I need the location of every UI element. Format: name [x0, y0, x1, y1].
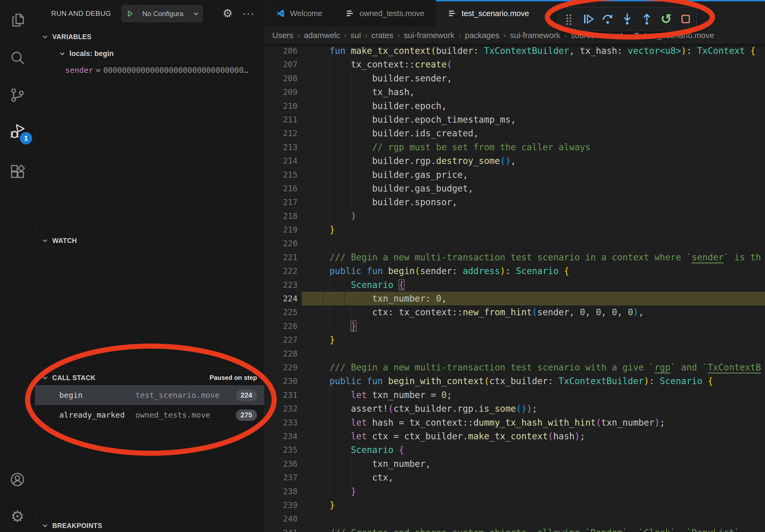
code-line-235[interactable]: 235 Scenario {: [264, 443, 765, 457]
code-line-233[interactable]: 233 let hash = tx_context::dummy_tx_hash…: [264, 416, 765, 429]
code-line-236[interactable]: 236 txn_number,: [264, 457, 765, 471]
breadcrumb-item[interactable]: sources: [571, 31, 599, 40]
code-line-208[interactable]: 208 builder.sender,: [264, 72, 765, 85]
breadcrumb-item[interactable]: sui-framework: [404, 31, 454, 40]
code-line-210[interactable]: 210 builder.epoch,: [264, 99, 765, 113]
breadcrumb-item[interactable]: sui-framework: [510, 31, 560, 40]
code-line-234[interactable]: 234 let ctx = ctx_builder.make_tx_contex…: [264, 429, 765, 443]
breadcrumb-separator: ›: [397, 31, 399, 40]
code-line-226[interactable]: 226 }: [264, 319, 765, 333]
code-line-219[interactable]: 219 }: [264, 223, 765, 236]
start-debugging-button[interactable]: [122, 5, 139, 22]
stop-button[interactable]: [677, 9, 694, 29]
breakpoints-section-header[interactable]: BREAKPOINTS: [35, 519, 264, 532]
code-line-223[interactable]: 223 Scenario {: [264, 278, 765, 292]
line-number: 224: [264, 292, 298, 305]
code-line-217[interactable]: 217 builder.sponsor,: [264, 195, 765, 209]
code-line-237[interactable]: 237 ctx,: [264, 471, 765, 484]
code-line-211[interactable]: 211 builder.epoch_timestamp_ms,: [264, 113, 765, 127]
call-stack-frame-begin[interactable]: begin test_scenario.move 224: [35, 385, 264, 405]
watch-section-header[interactable]: WATCH: [35, 232, 264, 249]
code-line-227[interactable]: 227 }: [264, 333, 765, 347]
code-line-220[interactable]: 220: [264, 236, 765, 250]
activity-item-explorer[interactable]: [0, 5, 35, 35]
restart-button[interactable]: ↺: [658, 9, 675, 29]
vscode-logo-icon: [276, 9, 285, 18]
indent-guide: [351, 457, 352, 471]
extensions-icon: [9, 163, 26, 180]
code-line-240[interactable]: 240: [264, 512, 765, 526]
indent-guide: [330, 58, 330, 71]
code-line-228[interactable]: 228: [264, 347, 765, 361]
code-line-213[interactable]: 213 // rgp must be set from the caller a…: [264, 140, 765, 154]
breadcrumb-item[interactable]: crates: [372, 31, 393, 40]
code-line-222[interactable]: 222 public fun begin(sender: address): S…: [264, 264, 765, 278]
code-line-239[interactable]: 239 }: [264, 498, 765, 512]
activity-item-settings[interactable]: ⚙: [0, 502, 35, 531]
breadcrumb-item[interactable]: adamwelc: [304, 31, 340, 40]
step-out-button[interactable]: [638, 9, 655, 29]
line-number: 239: [264, 498, 298, 512]
breadcrumb-file[interactable]: test_scenario.move: [633, 31, 714, 40]
code-line-212[interactable]: 212 builder.ids_created,: [264, 127, 765, 140]
call-stack-frame-already_marked[interactable]: already_marked owned_tests.move 275: [35, 405, 264, 425]
search-icon: [9, 49, 26, 66]
breadcrumb-item[interactable]: test: [609, 31, 622, 40]
code-line-224[interactable]: 224 txn_number: 0,: [264, 292, 765, 305]
breadcrumb-item[interactable]: Users: [272, 31, 293, 40]
play-icon: [126, 10, 134, 18]
indent-guide: [330, 113, 330, 127]
debug-config-dropdown[interactable]: No Configura: [139, 10, 192, 18]
code-line-238[interactable]: 238 }: [264, 485, 765, 498]
code-line-207[interactable]: 207 tx_context::create(: [264, 58, 765, 71]
code-line-218[interactable]: 218 ): [264, 209, 765, 223]
variables-section-header[interactable]: VARIABLES: [35, 29, 264, 45]
code-line-216[interactable]: 216 builder.gas_budget,: [264, 182, 765, 195]
code-line-215[interactable]: 215 builder.gas_price,: [264, 168, 765, 182]
code-line-232[interactable]: 232 assert!(ctx_builder.rgp.is_some());: [264, 402, 765, 415]
code-editor[interactable]: 206 fun make_tx_context(builder: TxConte…: [264, 44, 765, 532]
line-number: 225: [264, 305, 298, 319]
more-actions-icon[interactable]: ···: [241, 0, 257, 27]
code-line-209[interactable]: 209 tx_hash,: [264, 85, 765, 99]
call-stack-section-header[interactable]: CALL STACK Paused on step: [35, 370, 264, 385]
code-line-230[interactable]: 230 public fun begin_with_context(ctx_bu…: [264, 374, 765, 388]
code-line-241[interactable]: 241 /// Creates and shares system object…: [264, 526, 765, 532]
line-number: 238: [264, 485, 298, 498]
breadcrumb-item[interactable]: packages: [465, 31, 499, 40]
code-line-231[interactable]: 231 let txn_number = 0;: [264, 388, 765, 402]
activity-item-extensions[interactable]: [0, 157, 35, 186]
code-line-214[interactable]: 214 builder.rgp.destroy_some(),: [264, 154, 765, 168]
activity-item-search[interactable]: [0, 43, 35, 72]
continue-button[interactable]: [580, 9, 597, 29]
breadcrumb-item[interactable]: sui: [351, 31, 361, 40]
debug-settings-gear-icon[interactable]: ⚙: [221, 0, 235, 27]
indent-guide: [330, 471, 330, 484]
activity-item-run-and-debug[interactable]: 1: [0, 117, 35, 146]
tab-Welcome[interactable]: Welcome: [264, 0, 334, 27]
indent-guide: [345, 292, 345, 305]
step-over-button[interactable]: [599, 9, 616, 29]
tab-owned_tests.move[interactable]: owned_tests.move: [334, 0, 436, 27]
line-number: 220: [264, 236, 298, 250]
line-number: 206: [264, 44, 298, 58]
step-into-button[interactable]: [619, 9, 636, 29]
start-debug-config-button[interactable]: No Configura: [121, 5, 203, 22]
continue-icon: [582, 13, 595, 25]
breadcrumb-separator: ›: [603, 31, 605, 40]
chevron-down-icon: [42, 33, 49, 40]
code-line-225[interactable]: 225 ctx: tx_context::new_from_hint(sende…: [264, 305, 765, 319]
indent-guide: [330, 195, 330, 209]
drag-handle[interactable]: ⣿: [560, 9, 577, 29]
indent-guide: [351, 113, 352, 127]
variable-sender-row[interactable]: sender = 000000000000000000000000000000…: [65, 63, 264, 77]
code-line-229[interactable]: 229 /// Begin a new multi-transaction te…: [264, 361, 765, 374]
chevron-down-icon: [192, 10, 203, 17]
activity-item-source-control[interactable]: [0, 80, 35, 110]
code-line-221[interactable]: 221 /// Begin a new multi-transaction te…: [264, 250, 765, 264]
chevron-down-icon: [59, 50, 66, 57]
indent-guide: [351, 305, 352, 319]
variables-scope-locals[interactable]: locals: begin: [59, 46, 114, 61]
code-line-206[interactable]: 206 fun make_tx_context(builder: TxConte…: [264, 44, 765, 58]
activity-item-account[interactable]: [0, 465, 35, 494]
